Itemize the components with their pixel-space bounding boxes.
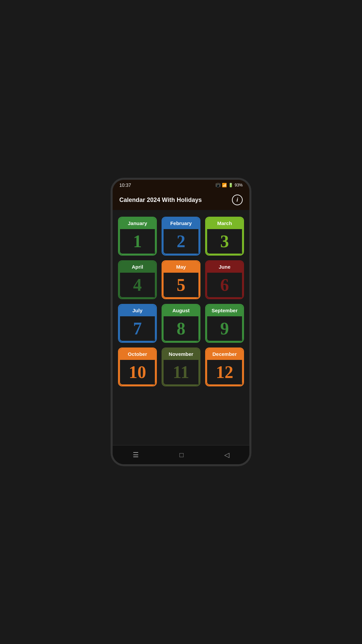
month-name-jun: June — [206, 261, 243, 272]
menu-button[interactable]: ☰ — [127, 449, 144, 460]
status-icons: 📳 📶 🔋 93% — [216, 183, 243, 187]
battery-icon: 🔋 — [228, 183, 233, 187]
month-number-oct: 10 — [129, 364, 146, 381]
month-body-apr: 4 — [119, 272, 156, 298]
month-name-mar: March — [206, 218, 243, 228]
month-card-sep[interactable]: September9 — [205, 304, 244, 343]
header: Calendar 2024 With Holidays i — [113, 191, 249, 210]
month-number-dec: 12 — [216, 364, 233, 381]
month-number-apr: 4 — [133, 276, 142, 294]
month-name-dec: December — [206, 348, 243, 359]
month-name-jul: July — [119, 305, 156, 315]
month-number-jun: 6 — [220, 276, 229, 294]
month-name-nov: November — [163, 348, 199, 359]
month-body-may: 5 — [163, 272, 199, 298]
month-card-aug[interactable]: August8 — [162, 304, 200, 343]
status-bar: 10:37 📳 📶 🔋 93% — [113, 180, 249, 191]
month-card-jan[interactable]: January1 — [118, 217, 157, 256]
status-time: 10:37 — [119, 182, 131, 188]
month-name-aug: August — [163, 305, 199, 315]
month-name-oct: October — [119, 348, 156, 359]
month-body-mar: 3 — [206, 228, 243, 255]
month-body-aug: 8 — [163, 315, 199, 342]
month-number-sep: 9 — [220, 320, 229, 337]
month-body-nov: 11 — [163, 359, 199, 385]
info-button[interactable]: i — [232, 195, 243, 205]
month-card-mar[interactable]: March3 — [205, 217, 244, 256]
app-title: Calendar 2024 With Holidays — [119, 197, 202, 204]
month-body-jan: 1 — [119, 228, 156, 255]
month-number-mar: 3 — [220, 233, 229, 250]
month-number-jan: 1 — [133, 233, 142, 250]
month-card-jul[interactable]: July7 — [118, 304, 157, 343]
main-content: January1February2March3April4May5June6Ju… — [113, 210, 249, 445]
month-card-dec[interactable]: December12 — [205, 347, 244, 386]
month-body-sep: 9 — [206, 315, 243, 342]
month-number-aug: 8 — [177, 320, 185, 337]
month-body-feb: 2 — [163, 228, 199, 255]
back-button[interactable]: ◁ — [219, 449, 235, 460]
month-card-may[interactable]: May5 — [162, 260, 200, 299]
month-name-feb: February — [163, 218, 199, 228]
months-grid: January1February2March3April4May5June6Ju… — [118, 217, 244, 386]
home-button[interactable]: □ — [174, 450, 189, 460]
month-number-jul: 7 — [133, 320, 142, 337]
month-card-oct[interactable]: October10 — [118, 347, 157, 386]
month-name-apr: April — [119, 261, 156, 272]
month-number-feb: 2 — [177, 233, 185, 250]
month-card-apr[interactable]: April4 — [118, 260, 157, 299]
month-name-jan: January — [119, 218, 156, 228]
month-card-jun[interactable]: June6 — [205, 260, 244, 299]
nav-bar: ☰ □ ◁ — [113, 445, 249, 464]
month-card-feb[interactable]: February2 — [162, 217, 200, 256]
month-body-jun: 6 — [206, 272, 243, 298]
month-name-may: May — [163, 261, 199, 272]
month-body-dec: 12 — [206, 359, 243, 385]
month-number-may: 5 — [177, 276, 185, 294]
month-number-nov: 11 — [173, 364, 189, 381]
phone-frame: 10:37 📳 📶 🔋 93% Calendar 2024 With Holid… — [111, 178, 251, 466]
month-card-nov[interactable]: November11 — [162, 347, 200, 386]
month-body-oct: 10 — [119, 359, 156, 385]
month-body-jul: 7 — [119, 315, 156, 342]
month-name-sep: September — [206, 305, 243, 315]
battery-percent: 93% — [235, 183, 243, 187]
signal-icon: 📶 — [222, 183, 227, 187]
vibrate-icon: 📳 — [216, 183, 221, 187]
